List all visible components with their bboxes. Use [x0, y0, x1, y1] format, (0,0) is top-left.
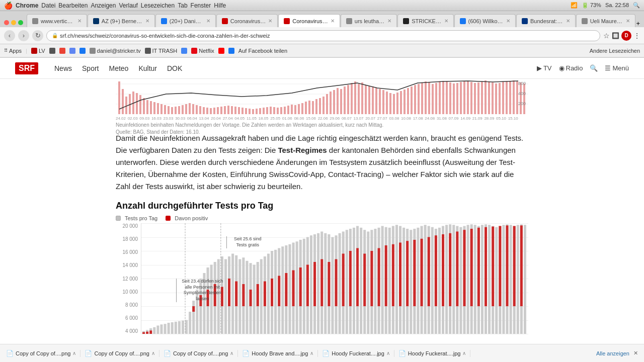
forward-button[interactable]: › — [18, 30, 29, 41]
download-4-chevron[interactable]: ∧ — [310, 350, 313, 356]
svg-rect-260 — [385, 245, 387, 306]
download-6[interactable]: 📄 Hoody Fuckerat....jpg ∧ — [398, 350, 471, 357]
menu-datei[interactable]: Datei — [41, 2, 55, 9]
bookmark-fb[interactable] — [79, 48, 86, 54]
download-2[interactable]: 📄 Copy of Copy of....png ∧ — [85, 350, 159, 357]
menu-hilfe[interactable]: Hilfe — [214, 2, 226, 9]
nav-bar: ‹ › ↻ 🔒 srf.ch/news/schweiz/coronavirus-… — [0, 27, 644, 44]
svg-rect-9 — [139, 95, 141, 114]
download-3[interactable]: 📄 Copy of Copy of....png ∧ — [164, 350, 238, 357]
svg-rect-209 — [452, 225, 455, 334]
bookmark-daniel-email[interactable]: daniel@stricker.tv — [90, 48, 141, 54]
download-1-chevron[interactable]: ∧ — [72, 350, 76, 356]
svg-rect-55 — [301, 103, 303, 114]
bookmark-google[interactable] — [181, 48, 187, 54]
tab-daniel[interactable]: (20+) Daniel St... ✕ — [155, 14, 216, 27]
svg-rect-13 — [153, 102, 155, 114]
svg-rect-269 — [449, 233, 451, 306]
download-6-chevron[interactable]: ∧ — [462, 350, 466, 356]
menu-verlauf[interactable]: Verlauf — [119, 2, 137, 9]
bookmark-lv[interactable]: LV — [31, 48, 45, 54]
search-macos-icon[interactable]: 🔍 — [633, 2, 640, 9]
downloads-bar: 📄 Copy of Copy of....png ∧ 📄 Copy of Cop… — [0, 344, 644, 362]
bookmark-g[interactable] — [49, 48, 55, 54]
tab-willkomm[interactable]: (606) Willkomm... ✕ — [454, 14, 516, 27]
svg-rect-118 — [523, 83, 525, 114]
search-button[interactable]: 🔍 — [590, 64, 598, 72]
tab-coronavirus-ne[interactable]: Coronavirus Ne... ✕ — [216, 14, 278, 27]
menu-anzeigen[interactable]: Anzeigen — [91, 2, 116, 9]
menu-lesezeichen[interactable]: Lesezeichen — [141, 2, 175, 9]
back-button[interactable]: ‹ — [4, 30, 15, 41]
svg-rect-112 — [502, 82, 504, 114]
new-tab-button[interactable]: + — [636, 20, 640, 27]
download-1[interactable]: 📄 Copy of Copy of....png ∧ — [6, 350, 80, 357]
nav-kultur[interactable]: Kultur — [138, 64, 157, 72]
tab-az[interactable]: AZ (9+) Berner Ka... ✕ — [88, 14, 155, 27]
tab-stricker-tv[interactable]: STRICKER.TV ✕ — [397, 14, 453, 27]
address-bar[interactable]: 🔒 srf.ch/news/schweiz/coronavirus-so-ent… — [46, 30, 600, 41]
tab-bundesrat[interactable]: Bundesrat: Jet... ✕ — [516, 14, 576, 27]
bookmark-fb2[interactable] — [228, 48, 234, 54]
menu-fenster[interactable]: Fenster — [191, 2, 211, 9]
download-3-chevron[interactable]: ∧ — [230, 350, 233, 356]
close-window-btn[interactable] — [4, 20, 9, 25]
svg-rect-135 — [189, 312, 191, 334]
svg-rect-239 — [235, 282, 237, 307]
bookmark-apps[interactable]: ⠿ Apps — [4, 48, 22, 54]
svg-rect-85 — [407, 88, 409, 114]
extensions-icon[interactable]: 🔲 — [612, 32, 619, 39]
download-4[interactable]: 📄 Hoody Brave and....jpg ∧ — [242, 350, 318, 357]
svg-rect-191 — [388, 228, 391, 334]
tab-coronavirus-srf[interactable]: Coronavirus - S... ✕ — [278, 14, 340, 27]
svg-rect-92 — [432, 84, 434, 114]
svg-rect-72 — [361, 82, 363, 114]
svg-rect-266 — [428, 237, 430, 307]
download-2-chevron[interactable]: ∧ — [151, 350, 155, 356]
svg-rect-213 — [467, 225, 469, 334]
bookmark-youtube[interactable] — [218, 48, 224, 54]
menu-button[interactable]: ☰ Menü — [605, 64, 629, 72]
bookmark-star-icon[interactable]: ☆ — [603, 32, 610, 40]
tv-button[interactable]: ▶ TV — [537, 64, 552, 72]
tab-ueli-maurer[interactable]: Ueli Maurer: M... ✕ — [576, 14, 636, 27]
radio-button[interactable]: ◉ Radio — [559, 64, 583, 72]
nav-sport[interactable]: Sport — [82, 64, 99, 72]
minimize-window-btn[interactable] — [11, 20, 16, 25]
nav-meteo[interactable]: Meteo — [109, 64, 128, 72]
svg-rect-16 — [164, 105, 166, 114]
andere-lesezeichen[interactable]: Andere Lesezeichen — [590, 48, 640, 54]
svg-rect-115 — [513, 80, 515, 114]
alle-anzeigen-button[interactable]: Alle anzeigen — [596, 350, 629, 356]
reload-button[interactable]: ↻ — [32, 30, 43, 41]
nav-dok[interactable]: DOK — [167, 64, 182, 72]
hamburger-icon: ☰ — [605, 64, 611, 72]
menu-chrome[interactable]: Chrome — [16, 2, 38, 9]
svg-rect-240 — [242, 284, 245, 306]
svg-rect-273 — [477, 228, 480, 306]
maximize-window-btn[interactable] — [18, 20, 23, 25]
bookmark-it-trash[interactable]: IT TRASH — [145, 48, 178, 54]
apple-icon[interactable]: 🍎 — [4, 2, 13, 10]
download-file-icon-6: 📄 — [398, 350, 406, 357]
svg-rect-8 — [136, 93, 138, 114]
bookmark-auf-facebook[interactable]: Auf Facebook teilen — [238, 48, 287, 54]
downloads-close-button[interactable]: ✕ — [633, 350, 638, 356]
tab-urs-leuthard[interactable]: urs leuthard -... ✕ — [341, 14, 397, 27]
svg-rect-29 — [210, 108, 212, 114]
tab-verticalhe[interactable]: www.verticalhe... ✕ — [27, 14, 87, 27]
svg-rect-61 — [323, 97, 325, 114]
bookmark-mail[interactable] — [59, 48, 65, 54]
svg-rect-48 — [277, 108, 279, 114]
profile-icon[interactable]: D — [621, 31, 631, 41]
more-options-icon[interactable]: ⋮ — [633, 32, 640, 40]
svg-rect-136 — [192, 301, 195, 334]
menu-tab[interactable]: Tab — [178, 2, 187, 9]
nav-news[interactable]: News — [54, 64, 72, 72]
srf-logo[interactable]: SRF — [15, 62, 38, 74]
download-5-chevron[interactable]: ∧ — [386, 350, 390, 356]
bookmark-c1[interactable] — [69, 48, 75, 54]
menu-bearbeiten[interactable]: Bearbeiten — [58, 2, 88, 9]
bookmark-netflix[interactable]: Netflix — [191, 48, 214, 54]
download-5[interactable]: 📄 Hoody Fuckerat....jpg ∧ — [322, 350, 394, 357]
